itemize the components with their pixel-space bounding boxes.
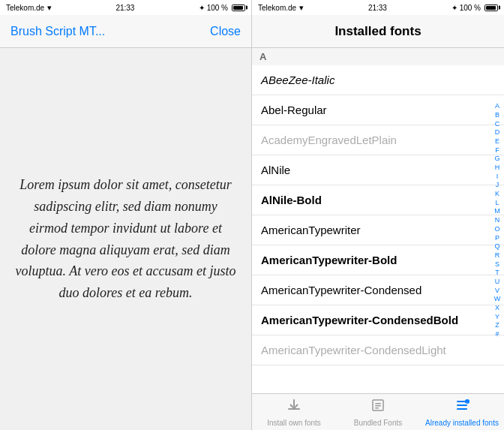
- right-nav-bar: Installed fonts: [252, 15, 504, 48]
- font-item[interactable]: AmericanTypewriter: [252, 215, 504, 245]
- tab-install-own-fonts[interactable]: Install own fonts: [252, 394, 336, 430]
- left-time: 21:33: [116, 4, 134, 12]
- left-wifi-icon: ▾: [47, 3, 52, 13]
- alpha-index-letter[interactable]: Q: [494, 242, 500, 251]
- right-time: 21:33: [368, 4, 387, 12]
- tab-already-installed[interactable]: ✓ Already installed fonts: [420, 394, 504, 430]
- alpha-index-letter[interactable]: V: [495, 287, 500, 296]
- alphabet-index[interactable]: ABCDEFGHIJKLMNOPQRSTUVWXYZ#: [492, 48, 502, 393]
- alpha-index-letter[interactable]: X: [495, 304, 500, 313]
- font-item[interactable]: AmericanTypewriter-Bold: [252, 245, 504, 275]
- alpha-index-letter[interactable]: M: [494, 207, 500, 216]
- bundled-icon: [370, 397, 386, 417]
- font-item[interactable]: AmericanTypewriter-Condensed: [252, 275, 504, 305]
- left-battery-label: 100 %: [207, 4, 228, 12]
- left-battery-icon: [232, 5, 245, 11]
- alpha-index-letter[interactable]: B: [495, 111, 500, 120]
- right-bluetooth-icon: ✦: [452, 4, 458, 12]
- font-list-container[interactable]: A ABeeZee-ItalicAbel-RegularAcademyEngra…: [252, 48, 504, 393]
- left-content: Lorem ipsum dolor sit amet, consetetur s…: [0, 48, 251, 430]
- right-status-left: Telekom.de ▾: [258, 3, 304, 13]
- install-icon: [286, 397, 302, 417]
- alpha-index-letter[interactable]: A: [495, 102, 500, 111]
- installed-icon: ✓: [454, 397, 470, 417]
- svg-rect-8: [457, 408, 467, 410]
- alpha-index-letter[interactable]: W: [494, 295, 501, 304]
- left-panel: Telekom.de ▾ 21:33 ✦ 100 % Brush Script …: [0, 0, 252, 430]
- lorem-ipsum-text: Lorem ipsum dolor sit amet, consetetur s…: [15, 174, 236, 304]
- font-item[interactable]: AmericanTypewriter-CondensedLight: [252, 335, 504, 365]
- font-item[interactable]: ABeeZee-Italic: [252, 65, 504, 95]
- tab-bundled-label: Bundled Fonts: [354, 419, 403, 427]
- left-status-left: Telekom.de ▾: [6, 3, 52, 13]
- left-status-right: ✦ 100 %: [199, 4, 245, 12]
- svg-rect-4: [375, 405, 381, 407]
- right-nav-title: Installed fonts: [334, 24, 421, 39]
- alpha-index-letter[interactable]: O: [494, 225, 500, 234]
- left-carrier: Telekom.de: [6, 4, 44, 12]
- tab-bar: Install own fonts Bundled Fonts: [252, 393, 504, 430]
- alpha-index-letter[interactable]: R: [495, 251, 500, 260]
- left-nav-title: Brush Script MT...: [10, 25, 105, 38]
- alpha-index-letter[interactable]: U: [495, 278, 500, 287]
- left-bluetooth-icon: ✦: [199, 4, 205, 12]
- left-nav-bar: Brush Script MT... Close: [0, 15, 251, 48]
- tab-bundled-fonts[interactable]: Bundled Fonts: [336, 394, 420, 430]
- right-wifi-icon: ▾: [299, 3, 304, 13]
- alpha-index-letter[interactable]: C: [495, 120, 500, 129]
- svg-rect-3: [375, 403, 381, 404]
- right-carrier: Telekom.de: [258, 4, 296, 12]
- right-panel: Telekom.de ▾ 21:33 ✦ 100 % Installed fon…: [252, 0, 504, 430]
- alpha-index-letter[interactable]: #: [495, 330, 499, 339]
- svg-rect-7: [457, 404, 467, 406]
- tab-installed-label: Already installed fonts: [425, 419, 499, 427]
- alpha-index-letter[interactable]: L: [495, 199, 499, 208]
- alpha-index-letter[interactable]: I: [496, 173, 499, 182]
- right-status-bar: Telekom.de ▾ 21:33 ✦ 100 %: [252, 0, 504, 15]
- alpha-index-letter[interactable]: D: [495, 128, 500, 137]
- alpha-index-letter[interactable]: N: [495, 216, 500, 225]
- right-status-right: ✦ 100 %: [452, 4, 498, 12]
- right-battery-label: 100 %: [460, 4, 481, 12]
- section-header-a: A: [252, 48, 504, 65]
- alpha-index-letter[interactable]: H: [495, 164, 500, 173]
- font-item[interactable]: AcademyEngravedLetPlain: [252, 125, 504, 155]
- left-status-bar: Telekom.de ▾ 21:33 ✦ 100 %: [0, 0, 251, 15]
- svg-rect-5: [375, 407, 379, 409]
- alpha-index-letter[interactable]: F: [495, 146, 500, 155]
- alpha-index-letter[interactable]: E: [495, 137, 500, 146]
- tab-install-label: Install own fonts: [267, 419, 321, 427]
- right-battery-icon: [484, 5, 498, 11]
- font-list: ABeeZee-ItalicAbel-RegularAcademyEngrave…: [252, 65, 504, 365]
- alpha-index-letter[interactable]: P: [495, 234, 500, 243]
- alpha-index-letter[interactable]: Z: [495, 321, 500, 330]
- alpha-index-letter[interactable]: J: [496, 181, 500, 190]
- alpha-index-letter[interactable]: S: [495, 260, 500, 269]
- alpha-index-letter[interactable]: K: [495, 190, 500, 199]
- close-button[interactable]: Close: [210, 25, 241, 38]
- font-item[interactable]: Abel-Regular: [252, 95, 504, 125]
- font-item[interactable]: AmericanTypewriter-CondensedBold: [252, 305, 504, 335]
- font-item[interactable]: AlNile-Bold: [252, 185, 504, 215]
- svg-text:✓: ✓: [466, 401, 468, 404]
- alpha-index-letter[interactable]: T: [495, 269, 500, 278]
- svg-rect-1: [293, 399, 295, 407]
- alpha-index-letter[interactable]: G: [494, 155, 500, 164]
- alpha-index-letter[interactable]: Y: [495, 313, 500, 322]
- font-item[interactable]: AlNile: [252, 155, 504, 185]
